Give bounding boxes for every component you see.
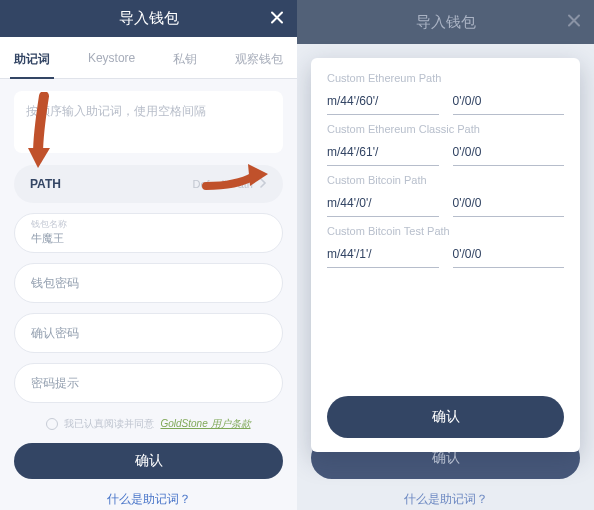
path-group-title: Custom Bitcoin Path [327,174,564,186]
path-row[interactable]: PATH Default Path [14,165,283,203]
wallet-password-field[interactable]: 钱包密码 [14,263,283,303]
help-link-bg: 什么是助记词？ [297,485,594,510]
close-icon[interactable] [269,9,285,28]
path-group-title: Custom Bitcoin Test Path [327,225,564,237]
wallet-name-field[interactable]: 钱包名称 牛魔王 [14,213,283,253]
path-suffix-input[interactable]: 0'/0/0 [453,243,565,268]
header-title: 导入钱包 [416,13,476,32]
wallet-password-placeholder: 钱包密码 [31,275,266,292]
path-group-title: Custom Ethereum Path [327,72,564,84]
path-suffix-input[interactable]: 0'/0/0 [453,90,565,115]
path-value: Default Path [192,178,253,190]
confirm-button[interactable]: 确认 [14,443,283,479]
path-suffix-input[interactable]: 0'/0/0 [453,192,565,217]
tabs: 助记词 Keystore 私钥 观察钱包 [0,37,297,79]
modal-confirm-button[interactable]: 确认 [327,396,564,438]
path-group-btc-test: Custom Bitcoin Test Path m/44'/1'/ 0'/0/… [327,225,564,268]
tab-watch[interactable]: 观察钱包 [235,37,283,78]
confirm-password-placeholder: 确认密码 [31,325,266,342]
agree-row: 我已认真阅读并同意 GoldStone 用户条款 [14,417,283,431]
path-label: PATH [30,177,61,191]
header: 导入钱包 [0,0,297,37]
terms-link[interactable]: GoldStone 用户条款 [160,417,250,431]
path-prefix-input[interactable]: m/44'/61'/ [327,141,439,166]
wallet-name-label: 钱包名称 [31,220,266,229]
password-hint-field[interactable]: 密码提示 [14,363,283,403]
help-link[interactable]: 什么是助记词？ [0,485,297,510]
tab-mnemonic[interactable]: 助记词 [14,37,50,78]
path-prefix-input[interactable]: m/44'/1'/ [327,243,439,268]
agree-text: 我已认真阅读并同意 [64,417,154,431]
left-screen: 导入钱包 助记词 Keystore 私钥 观察钱包 按顺序输入助记词，使用空格间… [0,0,297,510]
chevron-right-icon [259,178,267,190]
path-modal: Custom Ethereum Path m/44'/60'/ 0'/0/0 C… [311,58,580,452]
path-group-etc: Custom Ethereum Classic Path m/44'/61'/ … [327,123,564,166]
path-value-wrap: Default Path [192,178,267,190]
path-suffix-input[interactable]: 0'/0/0 [453,141,565,166]
content: 按顺序输入助记词，使用空格间隔 PATH Default Path 钱包名称 牛… [0,79,297,431]
tab-privatekey[interactable]: 私钥 [173,37,197,78]
path-group-title: Custom Ethereum Classic Path [327,123,564,135]
close-icon[interactable] [566,13,582,32]
header: 导入钱包 [297,0,594,44]
path-group-eth: Custom Ethereum Path m/44'/60'/ 0'/0/0 [327,72,564,115]
mnemonic-input[interactable]: 按顺序输入助记词，使用空格间隔 [14,91,283,153]
path-prefix-input[interactable]: m/44'/0'/ [327,192,439,217]
agree-checkbox[interactable] [46,418,58,430]
header-title: 导入钱包 [119,9,179,28]
confirm-password-field[interactable]: 确认密码 [14,313,283,353]
password-hint-placeholder: 密码提示 [31,375,266,392]
wallet-name-value: 牛魔王 [31,231,266,246]
tab-keystore[interactable]: Keystore [88,37,135,78]
path-group-btc: Custom Bitcoin Path m/44'/0'/ 0'/0/0 [327,174,564,217]
right-screen: 导入钱包 助记词 Keystore 私钥 观察钱包 确认 什么是助记词？ Cus… [297,0,594,510]
path-prefix-input[interactable]: m/44'/60'/ [327,90,439,115]
